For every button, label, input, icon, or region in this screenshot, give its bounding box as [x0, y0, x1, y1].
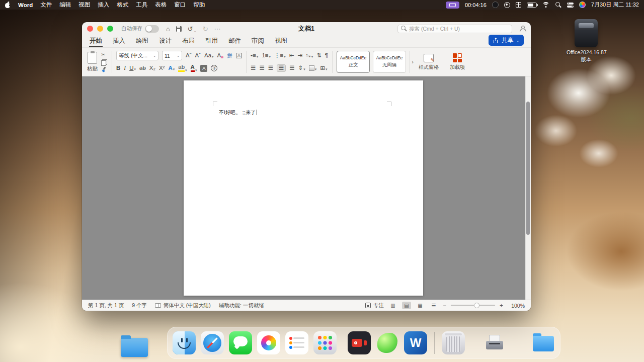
zoom-slider[interactable] [451, 305, 495, 306]
window-tiling-icon[interactable] [516, 2, 521, 8]
more-commands-icon[interactable]: ⋯ [214, 25, 221, 33]
photos-dock-icon[interactable] [257, 331, 280, 354]
control-center-icon[interactable] [567, 3, 574, 8]
style-pane-button[interactable]: ✎ 样式窗格 [419, 54, 439, 70]
home-icon[interactable]: ⌂ [166, 25, 170, 33]
decrease-indent-button[interactable]: ⇤ [289, 53, 294, 59]
account-icon[interactable] [519, 26, 526, 32]
view-draft-button[interactable]: ☰ [429, 302, 438, 309]
minimize-button[interactable] [97, 26, 103, 32]
menu-app-name[interactable]: Word [18, 2, 33, 8]
close-button[interactable] [87, 26, 93, 32]
addins-button[interactable]: 加载项 [447, 49, 467, 74]
zoom-out-button[interactable]: − [443, 302, 446, 309]
tab-view[interactable]: 视图 [274, 36, 288, 47]
multilevel-list-button[interactable]: ⋮≡▾ [274, 53, 286, 59]
italic-button[interactable]: I [124, 65, 126, 71]
increase-font-button[interactable]: Aˆ [186, 53, 192, 59]
view-print-layout-button[interactable]: ▤ [402, 302, 411, 309]
view-web-layout-button[interactable]: ▦ [416, 302, 425, 309]
phonetic-guide-button[interactable]: 拼 [227, 53, 232, 58]
zoom-slider-knob[interactable] [474, 303, 479, 308]
sort-button[interactable]: ⇅ [316, 53, 321, 59]
autosave-toggle[interactable] [145, 25, 159, 33]
downloads-folder-dock-icon[interactable] [532, 331, 555, 354]
character-border-button[interactable]: A [236, 53, 242, 59]
menu-item-window[interactable]: 窗口 [174, 1, 186, 9]
tab-design[interactable]: 设计 [158, 36, 172, 47]
word-dock-icon[interactable]: W [404, 331, 427, 354]
screen-recording-indicator-icon[interactable] [446, 2, 459, 9]
tab-layout[interactable]: 布局 [182, 36, 195, 47]
bullet-list-button[interactable]: •≡▾ [251, 53, 258, 59]
align-left-button[interactable]: ☰ [251, 65, 256, 71]
shading-button[interactable]: ▾ [309, 65, 317, 71]
underline-button[interactable]: U▾ [129, 65, 136, 71]
save-icon[interactable] [176, 26, 182, 32]
scrollbar-thumb[interactable] [526, 102, 530, 235]
reminders-dock-icon[interactable] [285, 331, 308, 354]
paste-button[interactable]: 粘贴 [87, 52, 98, 72]
scrollbar-track[interactable] [525, 76, 531, 300]
document-area[interactable]: 不i好吧。 ;;来了 [82, 76, 531, 300]
justify-button[interactable]: ☰ [277, 64, 286, 72]
menu-item-edit[interactable]: 编辑 [59, 1, 71, 9]
tab-references[interactable]: 引用 [205, 36, 218, 47]
menu-item-insert[interactable]: 插入 [98, 1, 109, 9]
clock-app-icon[interactable] [579, 2, 586, 8]
title-bar[interactable]: 自动保存 ⌂ ↺⌄ ↻ ⋯ 文档1 [82, 22, 531, 35]
style-card-no-spacing[interactable]: AaBbCcDdEe 无间隔 [373, 51, 406, 73]
numbered-list-button[interactable]: 1≡▾ [262, 53, 271, 59]
wifi-icon[interactable] [542, 2, 550, 8]
share-button[interactable]: 共享 ⌄ [489, 35, 524, 46]
document-page[interactable]: 不i好吧。 ;;来了 [184, 80, 423, 296]
record-icon[interactable] [504, 2, 510, 8]
fullscreen-button[interactable] [107, 26, 113, 32]
menu-item-table[interactable]: 表格 [155, 1, 167, 9]
align-right-button[interactable]: ☰ [268, 65, 273, 71]
safari-dock-icon[interactable] [201, 331, 224, 354]
asian-layout-button[interactable]: ⇋▾ [306, 53, 313, 59]
zoom-level[interactable]: 100% [508, 303, 525, 309]
change-case-button[interactable]: Aa▾ [204, 53, 214, 59]
highlight-button[interactable]: ab▾ [178, 64, 187, 72]
tab-review[interactable]: 审阅 [251, 36, 265, 47]
language-indicator[interactable]: 简体中文 (中国大陆) [155, 302, 211, 309]
increase-indent-button[interactable]: ⇥ [297, 53, 302, 59]
screen-recorder-dock-icon[interactable] [348, 331, 371, 354]
media-app-dock-icon[interactable] [376, 331, 399, 354]
word-count[interactable]: 9 个字 [132, 302, 147, 309]
launchpad-dock-icon[interactable] [313, 331, 337, 354]
messages-dock-icon[interactable] [229, 331, 252, 354]
font-size-select[interactable]: 11 ⌄ [162, 51, 182, 60]
tab-mailings[interactable]: 邮件 [228, 36, 242, 47]
printer-dock-icon[interactable] [483, 331, 506, 354]
style-card-normal[interactable]: AaBbCcDdEe 正文 [337, 51, 370, 73]
menubar-datetime[interactable]: 7月30日 周二 11:32 [591, 1, 639, 9]
line-spacing-button[interactable]: ⇕▾ [298, 65, 305, 71]
bold-button[interactable]: B [116, 65, 120, 71]
trash-dock-icon[interactable] [442, 331, 465, 354]
undo-button[interactable]: ↺⌄ [188, 25, 197, 33]
status-app-icon[interactable] [492, 2, 499, 8]
apple-menu-icon[interactable] [5, 2, 11, 8]
format-painter-button[interactable] [101, 67, 107, 72]
copy-button[interactable] [101, 59, 107, 64]
document-text[interactable]: 不i好吧。 ;;来了 [219, 109, 257, 116]
font-color-button[interactable]: A▾ [191, 64, 197, 72]
show-marks-button[interactable]: ¶ [325, 53, 328, 59]
desktop-folder[interactable] [121, 338, 148, 357]
cut-button[interactable]: ✂ [101, 52, 107, 57]
accessibility-status[interactable]: 辅助功能: 一切就绪 [219, 302, 264, 309]
spotlight-search-icon[interactable] [555, 2, 561, 8]
menu-item-view[interactable]: 视图 [78, 1, 90, 9]
clear-formatting-button[interactable]: A [217, 53, 224, 59]
tab-insert[interactable]: 插入 [112, 36, 126, 47]
page-indicator[interactable]: 第 1 页, 共 1 页 [88, 302, 124, 309]
strikethrough-button[interactable]: ab [139, 65, 146, 71]
menu-item-file[interactable]: 文件 [40, 1, 52, 9]
distribute-button[interactable]: ☰ [289, 65, 294, 71]
menu-item-tools[interactable]: 工具 [136, 1, 147, 9]
styles-gallery-more-button[interactable]: › [409, 51, 416, 73]
align-center-button[interactable]: ☰ [259, 65, 264, 71]
